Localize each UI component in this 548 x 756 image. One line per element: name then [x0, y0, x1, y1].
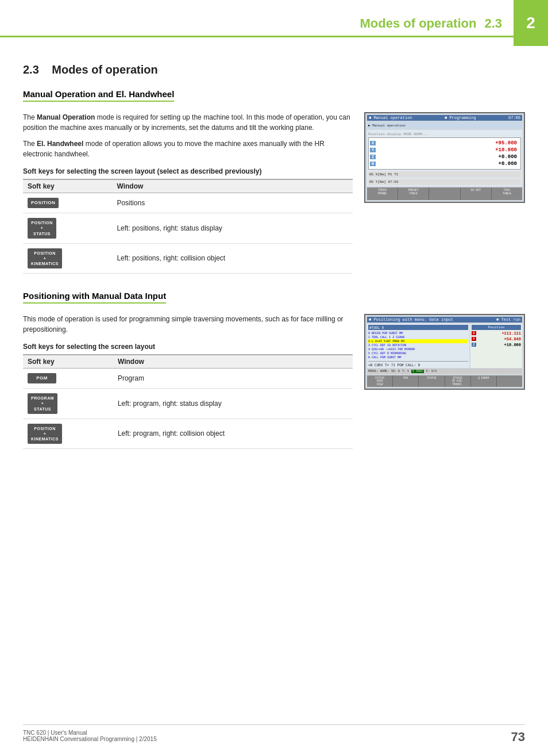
header-section-ref: 2.3: [484, 16, 502, 31]
screen1-subtitle: ▶ Manual operation: [367, 122, 522, 129]
softkey-section1: Soft keys for selecting the screen layou…: [23, 167, 353, 274]
top-right-area: Modes of operation 2.3 2: [0, 0, 548, 46]
table-row: POSITION+STATUS Left: positions, right: …: [23, 213, 353, 243]
screen1-axis-b: B +0.000: [370, 161, 519, 167]
subsection2-text: This mode of operation is used for progr…: [23, 314, 353, 449]
position-status-btn[interactable]: POSITION+STATUS: [28, 218, 56, 238]
col-window-2: Window: [113, 355, 353, 369]
subsection2-title: Positioning with Manual Data Input: [23, 291, 166, 304]
subsection2-para1: This mode of operation is used for progr…: [23, 314, 353, 335]
position-kinematics-btn2[interactable]: POSITION+KINEMATICS: [28, 424, 62, 444]
table-row: PROGRAM+STATUS Left: program, right: sta…: [23, 389, 353, 419]
softkey-section2-title: Soft keys for selecting the screen layou…: [23, 343, 353, 351]
page-footer: TNC 620 | User's Manual HEIDENHAIN Conve…: [23, 724, 525, 745]
softkey-cell: PGM: [23, 368, 113, 388]
program-status-btn[interactable]: PROGRAM+STATUS: [28, 393, 57, 413]
position-kinematics-btn[interactable]: POSITION+KINEMATICS: [28, 248, 62, 268]
col-softkey-1: Soft key: [23, 179, 112, 193]
table-row: POSITION+KINEMATICS Left: program, right…: [23, 419, 353, 448]
sk-pos[interactable]: POS: [393, 375, 419, 387]
section-title: Modes of operation: [52, 63, 157, 76]
section-number: 2.3: [23, 63, 39, 76]
window-cell: Left: positions, right: collision object: [112, 243, 353, 273]
screen2-status-bar: MODAL: NAME: S%: 0 T: 1 S 2003 F: 0/3: [367, 369, 522, 374]
window-cell: Left: positions, right: status display: [112, 213, 353, 243]
screen1-labels: Position display MODE NORM...: [368, 132, 521, 136]
screen2-titlebar: ■ Positioning with manu. data input ■ Te…: [367, 317, 522, 323]
table-row: PGM Program: [23, 368, 353, 388]
screen1-body: Position display MODE NORM... X +95.000 …: [367, 130, 522, 186]
softkey-cell: PROGRAM+STATUS: [23, 389, 113, 419]
screen2-program: #TOOL 0 0 BEGIN PGM SUBST MM 1 TOOL CALL…: [367, 324, 469, 368]
screen2-info: +N CURX T= 71 PGM CALL: 0: [368, 361, 468, 367]
screen2-pos-header: Position: [472, 325, 521, 330]
positioning-screen: ■ Positioning with manu. data input ■ Te…: [364, 314, 525, 390]
sk-go-out[interactable]: GO OUT: [461, 187, 492, 200]
sk-tool-table[interactable]: TOOLTABLE: [492, 187, 522, 200]
softkey-section2: Soft keys for selecting the screen layou…: [23, 343, 353, 449]
position-btn[interactable]: POSITION: [28, 198, 59, 208]
sk-status-kin[interactable]: STATUSOF KIN.TRANSF.: [445, 375, 471, 387]
screen2-axis-y: Y +54.049: [472, 337, 521, 341]
footer-left: TNC 620 | User's Manual HEIDENHAIN Conve…: [23, 730, 157, 745]
sk-empty1: [429, 187, 460, 200]
subsection1-screenshot: ■ Manual operation ■ Programming 07:06 ▶…: [364, 112, 525, 274]
softkey-cell: POSITION+STATUS: [23, 213, 112, 243]
screen2-axis-x: X +111.111: [472, 331, 521, 336]
screen1-axis-y: Y +10.000: [370, 147, 519, 153]
subsection1-content: The Manual Operation mode is required fo…: [23, 112, 525, 274]
softkey-section1-title: Soft keys for selecting the screen layou…: [23, 167, 353, 175]
subsection1-para1: The Manual Operation mode is required fo…: [23, 112, 353, 133]
subsection1: Manual Operation and El. Handwheel The M…: [23, 89, 525, 274]
screen2-positions: Position X +111.111 Y +54.049 Z: [470, 324, 522, 368]
subsection2-screenshot: ■ Positioning with manu. data input ■ Te…: [364, 314, 525, 449]
screen1-axes: X +95.000 Y +10.000 Z +0.000: [368, 137, 521, 170]
table-row: POSITION Positions: [23, 193, 353, 213]
screen2-softkeys: STATUSOVERVIEW POS STATUS STATUSOF KIN.T…: [367, 375, 522, 387]
col-softkey-2: Soft key: [23, 355, 113, 369]
main-content: 2.3 Modes of operation Manual Operation …: [0, 46, 548, 489]
window-cell: Program: [113, 368, 353, 388]
sk-preset-table[interactable]: PRESETTABLE→: [398, 187, 429, 200]
screen1-status2: 0% Y[Nm] 07:03: [368, 179, 521, 185]
softkey-cell: POSITION+KINEMATICS: [23, 419, 113, 448]
screen1-softkeys: TOUCHPROBE PRESETTABLE→ GO OUT TOOLTABLE: [367, 187, 522, 200]
screen1-titlebar: ■ Manual operation ■ Programming 07:06: [367, 115, 522, 121]
program-lines: 0 BEGIN PGM SUBST MM 1 TOOL CALL 1 Z S10…: [368, 331, 468, 359]
subsection1-para2: The El. Handwheel mode of operation allo…: [23, 139, 353, 159]
window-cell: Left: program, right: collision object: [113, 419, 353, 448]
sk-status-overview[interactable]: STATUSOVERVIEW: [367, 375, 393, 387]
subsection2: Positioning with Manual Data Input This …: [23, 291, 525, 449]
screen2-axis-z: Z +10.000: [472, 343, 521, 347]
subsection1-text: The Manual Operation mode is required fo…: [23, 112, 353, 274]
softkey-table2: Soft key Window PGM Program: [23, 354, 353, 449]
table-row: POSITION+KINEMATICS Left: positions, rig…: [23, 243, 353, 273]
screen2-body: #TOOL 0 0 BEGIN PGM SUBST MM 1 TOOL CALL…: [367, 324, 522, 368]
window-cell: Left: program, right: status display: [113, 389, 353, 419]
program-header: #TOOL 0: [368, 325, 468, 330]
sk-q-param[interactable]: Q PARAM: [471, 375, 497, 387]
softkey-cell: POSITION+KINEMATICS: [23, 243, 112, 273]
pgm-btn[interactable]: PGM: [28, 373, 56, 383]
subsection2-content: This mode of operation is used for progr…: [23, 314, 525, 449]
product-name: TNC 620 | User's Manual: [23, 730, 157, 736]
sk-empty2: [497, 375, 522, 387]
subsection1-title: Manual Operation and El. Handwheel: [23, 89, 174, 102]
header-title: Modes of operation: [360, 16, 477, 31]
sk-status[interactable]: STATUS: [419, 375, 445, 387]
page-number: 73: [511, 730, 525, 745]
screen1-axis-z: Z +0.000: [370, 154, 519, 160]
edition-info: HEIDENHAIN Conversational Programming | …: [23, 736, 157, 742]
manual-op-screen: ■ Manual operation ■ Programming 07:06 ▶…: [364, 112, 525, 203]
page-top-strip: Modes of operation 2.3 2: [0, 0, 548, 46]
col-window-1: Window: [112, 179, 353, 193]
softkey-table1: Soft key Window POSITION Positions: [23, 179, 353, 274]
window-cell: Positions: [112, 193, 353, 213]
screen1-status1: 0% X[Nm] P1 T1: [368, 171, 521, 178]
softkey-cell: POSITION: [23, 193, 112, 213]
chapter-tab: 2: [514, 0, 548, 46]
sk-touch-probe[interactable]: TOUCHPROBE: [367, 187, 398, 200]
screen1-axis-x: X +95.000: [370, 140, 519, 146]
